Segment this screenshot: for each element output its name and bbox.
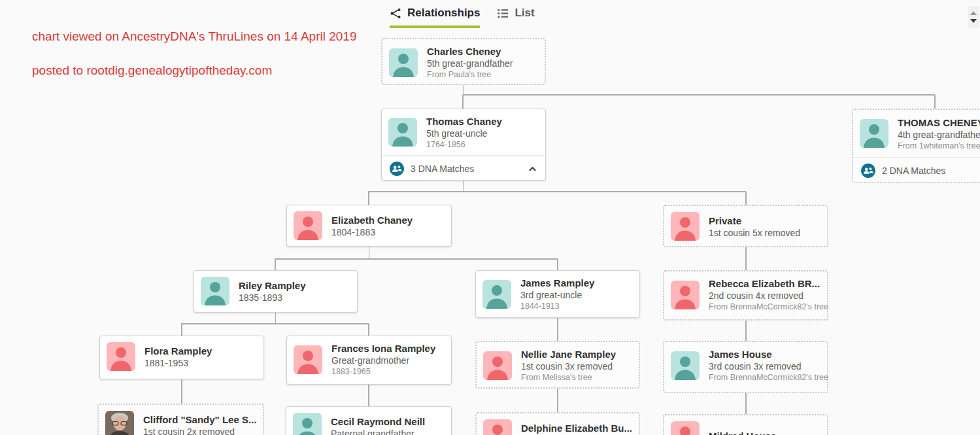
person-relationship: 3rd cousin 3x removed — [709, 360, 820, 372]
tab-relationships-label: Relationships — [407, 7, 480, 20]
person-card-james-house[interactable]: James House 3rd cousin 3x removed From B… — [663, 341, 828, 393]
person-name: Elizabeth Chaney — [331, 214, 413, 226]
person-source: From Melissa's tree — [521, 372, 616, 383]
person-name: Frances Iona Rampley — [331, 342, 435, 355]
dna-matches-toggle[interactable]: 3 DNA Matches — [382, 155, 545, 182]
connector — [463, 85, 464, 95]
connector — [557, 318, 558, 341]
person-name: James House — [709, 348, 820, 360]
avatar-female-icon — [294, 211, 322, 240]
person-name: Clifford "Sandy" Lee S... — [143, 413, 256, 426]
avatar-female-icon — [671, 421, 700, 435]
person-name: Thomas Chaney — [426, 115, 502, 128]
connector — [745, 321, 747, 341]
connector — [275, 259, 276, 270]
annotation-line-2: posted to rootdig.genealogytipoftheday.c… — [32, 63, 272, 78]
connector — [557, 259, 558, 270]
person-dates: 1883-1965 — [331, 366, 435, 377]
dna-matches-count: 2 DNA Matches — [882, 165, 945, 176]
person-name: Cecil Raymond Neill — [331, 415, 425, 428]
person-card-james-rampley[interactable]: James Rampley 3rd great-uncle 1844-1913 — [475, 270, 640, 318]
scroll-up-icon[interactable] — [970, 11, 977, 15]
person-card-delphine[interactable]: Delphine Elizabeth Bu... 2nd cousin 2x r… — [475, 412, 640, 435]
connector — [181, 324, 182, 336]
avatar-photo — [105, 411, 134, 435]
tab-relationships[interactable]: Relationships — [390, 7, 480, 28]
connector — [745, 393, 747, 414]
thrulines-app: chart viewed on AncestryDNA's ThruLines … — [0, 0, 980, 435]
person-card-private[interactable]: Private 1st cousin 5x removed — [663, 205, 828, 247]
person-name: Private — [709, 215, 800, 227]
person-card-frances-rampley[interactable]: Frances Iona Rampley Great-grandmother 1… — [286, 336, 452, 385]
person-name: Delphine Elizabeth Bu... — [521, 422, 632, 434]
avatar-male-icon — [201, 277, 229, 305]
person-card-nellie-rampley[interactable]: Nellie Jane Rampley 1st cousin 3x remove… — [475, 341, 640, 389]
person-source: From Paula's tree — [427, 69, 513, 80]
person-source: From BrennaMcCormick82's tree — [709, 372, 820, 383]
dna-matches-icon — [861, 164, 875, 178]
annotation-line-1: chart viewed on AncestryDNA's ThruLines … — [32, 29, 357, 44]
person-relationship: Paternal grandfather — [331, 428, 425, 435]
avatar-female-icon — [671, 281, 700, 309]
person-name: James Rampley — [520, 277, 594, 289]
avatar-male-icon — [860, 119, 888, 148]
person-dates: 1835-1893 — [239, 292, 306, 304]
avatar-female-icon — [483, 351, 512, 380]
avatar-male-icon — [388, 118, 417, 147]
person-name: Riley Rampley — [239, 279, 306, 292]
connector — [462, 95, 464, 109]
person-card-thomas-cheney[interactable]: THOMAS CHENEY 4th great-grandfather From… — [852, 109, 980, 183]
scroll-down-icon[interactable] — [970, 19, 977, 23]
person-card-mildred-house[interactable]: Mildred House — [663, 414, 828, 435]
person-name: Nellie Jane Rampley — [521, 348, 616, 360]
person-dates: 1764-1856 — [426, 139, 502, 150]
person-card-cecil-neill[interactable]: Cecil Raymond Neill Paternal grandfather — [286, 406, 452, 435]
dna-matches-icon — [390, 162, 404, 176]
connector — [275, 313, 276, 324]
scrollbar-stepper[interactable] — [968, 6, 979, 28]
person-dates: 1804-1883 — [331, 226, 413, 238]
person-name: THOMAS CHENEY — [898, 116, 980, 129]
person-card-thomas-chaney[interactable]: Thomas Chaney 5th great-uncle 1764-1856 … — [381, 109, 546, 181]
avatar-male-icon — [389, 48, 418, 77]
person-card-elizabeth-chaney[interactable]: Elizabeth Chaney 1804-1883 — [286, 205, 452, 247]
connector — [745, 247, 747, 270]
person-card-clifford-lee[interactable]: Clifford "Sandy" Lee S... 1st cousin 2x … — [97, 404, 264, 435]
person-name: Rebecca Elizabeth BR... — [709, 277, 820, 290]
person-relationship: 5th great-grandfather — [427, 58, 513, 69]
person-card-charles-cheney[interactable]: Charles Cheney 5th great-grandfather Fro… — [381, 38, 546, 85]
person-name: Charles Cheney — [427, 45, 513, 58]
chevron-up-icon[interactable] — [528, 164, 537, 174]
connector — [369, 247, 369, 259]
person-name: Mildred House — [709, 430, 776, 435]
connector — [368, 385, 369, 406]
dna-matches-count: 3 DNA Matches — [411, 164, 474, 174]
avatar-female-icon — [107, 342, 135, 371]
network-icon — [390, 7, 402, 20]
person-dates: 1881-1953 — [144, 357, 212, 369]
person-name: Flora Rampley — [144, 345, 212, 357]
person-relationship: 2nd cousin 4x removed — [709, 290, 820, 302]
avatar-male-icon — [482, 280, 511, 309]
person-relationship: 4th great-grandfather — [898, 129, 980, 141]
connector — [463, 94, 935, 96]
avatar-male-icon — [293, 413, 322, 435]
tab-list-label: List — [515, 7, 534, 20]
person-card-flora-rampley[interactable]: Flora Rampley 1881-1953 — [99, 336, 264, 379]
tab-list[interactable]: List — [497, 7, 534, 26]
person-relationship: Great-grandmother — [331, 355, 435, 366]
person-card-rebecca-elizabeth[interactable]: Rebecca Elizabeth BR... 2nd cousin 4x re… — [663, 270, 828, 321]
person-relationship: 5th great-uncle — [426, 128, 502, 139]
avatar-female-icon — [671, 212, 700, 241]
connector — [181, 379, 182, 404]
connector — [181, 323, 369, 324]
dna-matches-toggle[interactable]: 2 DNA Matches — [853, 157, 980, 184]
person-card-riley-rampley[interactable]: Riley Rampley 1835-1893 — [194, 270, 358, 313]
person-source: From 1whiteman's tree — [898, 141, 980, 151]
person-relationship: 1st cousin 3x removed — [521, 360, 616, 372]
connector — [368, 191, 746, 192]
person-relationship: 1st cousin 2x removed — [143, 426, 256, 435]
person-relationship: 1st cousin 5x removed — [709, 227, 800, 239]
connector — [557, 389, 558, 412]
avatar-male-icon — [671, 351, 700, 380]
